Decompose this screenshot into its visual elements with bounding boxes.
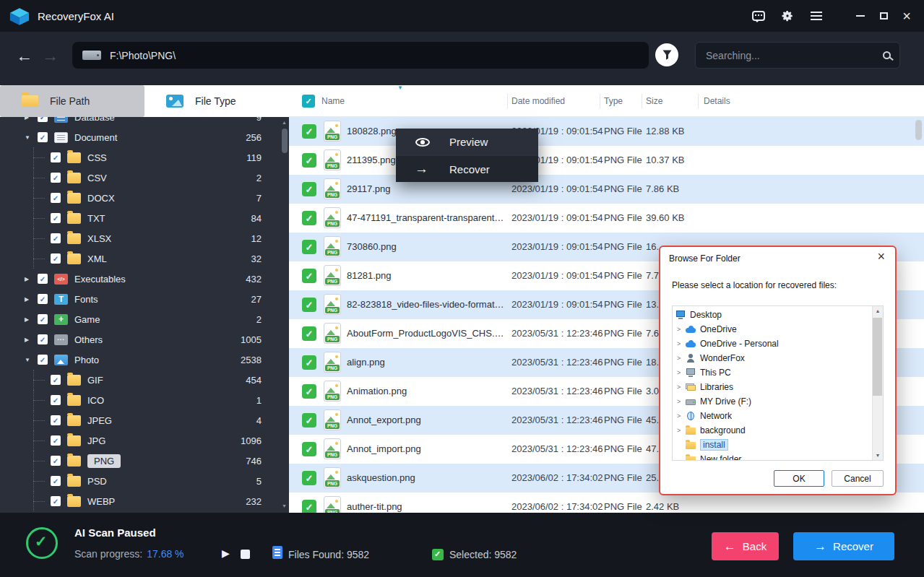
forward-nav-icon[interactable] — [42, 46, 59, 66]
tree-item[interactable]: CSS 119 — [0, 147, 279, 168]
tree-item[interactable]: DOCX 7 — [0, 188, 279, 208]
tree-checkbox-checked[interactable] — [38, 274, 48, 284]
tree-item[interactable]: Others 1005 — [0, 329, 279, 350]
expander-icon[interactable] — [25, 134, 36, 141]
tree-checkbox-checked[interactable] — [38, 294, 48, 304]
sidebar-scrollbar[interactable] — [282, 129, 288, 153]
tree-item[interactable]: PSD 5 — [0, 471, 279, 491]
folder-tree-item[interactable]: OneDrive — [673, 322, 883, 337]
ok-button[interactable]: OK — [774, 470, 824, 487]
column-date-modified[interactable]: Date modified — [511, 96, 565, 106]
row-checkbox-checked[interactable] — [302, 182, 316, 196]
row-checkbox-checked[interactable] — [302, 442, 316, 456]
tree-checkbox-checked[interactable] — [38, 334, 48, 344]
tree-item[interactable]: JPEG 4 — [0, 410, 279, 430]
expand-arrow-icon[interactable] — [677, 427, 686, 434]
tree-checkbox-checked[interactable] — [51, 152, 61, 162]
expander-icon[interactable] — [25, 316, 36, 323]
expander-icon[interactable] — [25, 276, 36, 282]
maximize-button[interactable] — [873, 6, 894, 26]
tree-item[interactable]: Game 2 — [0, 309, 279, 329]
row-checkbox-checked[interactable] — [302, 124, 316, 139]
row-checkbox-checked[interactable] — [302, 240, 316, 254]
tree-item[interactable]: PNG 746 — [0, 451, 279, 471]
expander-icon[interactable] — [25, 357, 36, 363]
row-checkbox-checked[interactable] — [302, 500, 316, 513]
minimize-button[interactable] — [850, 6, 871, 26]
tree-item[interactable]: TXT 84 — [0, 208, 279, 228]
tree-checkbox-checked[interactable] — [51, 213, 61, 223]
expander-icon[interactable] — [25, 296, 36, 303]
row-checkbox-checked[interactable] — [302, 326, 316, 341]
context-menu-item[interactable]: Recover — [396, 155, 538, 182]
dialog-scrollbar[interactable] — [872, 306, 883, 460]
row-checkbox-checked[interactable] — [302, 384, 316, 399]
recover-button[interactable]: Recover — [793, 532, 894, 560]
cancel-button[interactable]: Cancel — [832, 470, 884, 487]
settings-gear-icon[interactable] — [777, 5, 798, 27]
search-input[interactable] — [704, 49, 877, 62]
tree-checkbox-checked[interactable] — [51, 193, 61, 203]
tree-checkbox-checked[interactable] — [38, 132, 48, 142]
row-checkbox-checked[interactable] — [302, 355, 316, 370]
tree-item[interactable]: JPG 1096 — [0, 430, 279, 451]
row-checkbox-checked[interactable] — [302, 269, 316, 283]
tree-checkbox-checked[interactable] — [51, 435, 61, 446]
tree-item[interactable]: XLSX 12 — [0, 228, 279, 248]
tree-checkbox-checked[interactable] — [51, 456, 61, 466]
folder-tree-item[interactable]: install — [673, 438, 883, 452]
folder-tree-item[interactable]: New folder — [673, 452, 883, 461]
column-name[interactable]: Name — [321, 96, 345, 106]
expand-arrow-icon[interactable] — [677, 383, 686, 391]
menu-icon[interactable] — [806, 5, 827, 27]
file-row[interactable]: PNG 211395.png 2023/01/19 : 09:01:54 PNG… — [289, 146, 924, 175]
sidebar-tab[interactable]: File Path — [0, 85, 144, 117]
expand-arrow-icon[interactable] — [677, 369, 686, 376]
tree-checkbox-checked[interactable] — [51, 233, 61, 243]
back-nav-icon[interactable] — [16, 46, 33, 66]
folder-tree-item[interactable]: OneDrive - Personal — [673, 337, 883, 351]
tree-item[interactable]: Executables 432 — [0, 269, 279, 289]
tree-checkbox-checked[interactable] — [38, 355, 48, 365]
expand-arrow-icon[interactable] — [677, 340, 686, 347]
sidebar-tab[interactable]: File Type — [144, 85, 289, 117]
file-row[interactable]: PNG 180828.png 2023/01/19 : 09:01:54 PNG… — [289, 117, 924, 146]
dialog-close-icon[interactable] — [871, 252, 886, 265]
tree-checkbox-checked[interactable] — [51, 415, 61, 425]
tree-checkbox-checked[interactable] — [51, 476, 61, 486]
expand-arrow-icon[interactable] — [677, 412, 686, 420]
row-checkbox-checked[interactable] — [302, 471, 316, 485]
folder-tree-item[interactable]: MY Drive (F:) — [673, 394, 883, 409]
tree-item[interactable]: Fonts 27 — [0, 289, 279, 309]
tree-item[interactable]: ICO 1 — [0, 390, 279, 410]
scroll-down-icon[interactable] — [282, 503, 287, 508]
dialog-scroll-down-icon[interactable] — [873, 453, 883, 458]
list-scrollbar[interactable] — [915, 120, 922, 140]
tree-checkbox-checked[interactable] — [51, 496, 61, 506]
expander-icon[interactable] — [25, 337, 36, 343]
tree-checkbox-checked[interactable] — [51, 173, 61, 183]
folder-tree-item[interactable]: background — [673, 423, 883, 438]
folder-tree-item[interactable]: This PC — [673, 365, 883, 380]
dialog-scroll-thumb[interactable] — [873, 318, 882, 396]
file-row[interactable]: PNG 29117.png 2023/01/19 : 09:01:54 PNG … — [289, 175, 924, 204]
tree-checkbox-checked[interactable] — [38, 314, 48, 324]
search-icon[interactable] — [883, 51, 891, 59]
file-row[interactable]: PNG 47-471191_transparent-transparent-wi… — [289, 204, 924, 233]
back-button[interactable]: Back — [712, 532, 779, 560]
row-checkbox-checked[interactable] — [302, 153, 316, 168]
tree-item[interactable]: WEBP 232 — [0, 491, 279, 511]
expand-arrow-icon[interactable] — [677, 398, 686, 405]
column-type[interactable]: Type — [604, 96, 623, 106]
folder-tree-item[interactable]: Libraries — [673, 380, 883, 394]
dialog-scroll-up-icon[interactable] — [873, 308, 883, 313]
tree-item[interactable]: Document 256 — [0, 127, 279, 147]
stop-scan-icon[interactable] — [241, 550, 250, 559]
row-checkbox-checked[interactable] — [302, 211, 316, 225]
scroll-up-icon[interactable] — [282, 120, 287, 125]
close-button[interactable] — [897, 6, 917, 26]
tree-item[interactable]: GIF 454 — [0, 370, 279, 390]
select-all-checkbox[interactable] — [302, 95, 315, 108]
filter-button[interactable] — [655, 43, 678, 66]
row-checkbox-checked[interactable] — [302, 413, 316, 428]
